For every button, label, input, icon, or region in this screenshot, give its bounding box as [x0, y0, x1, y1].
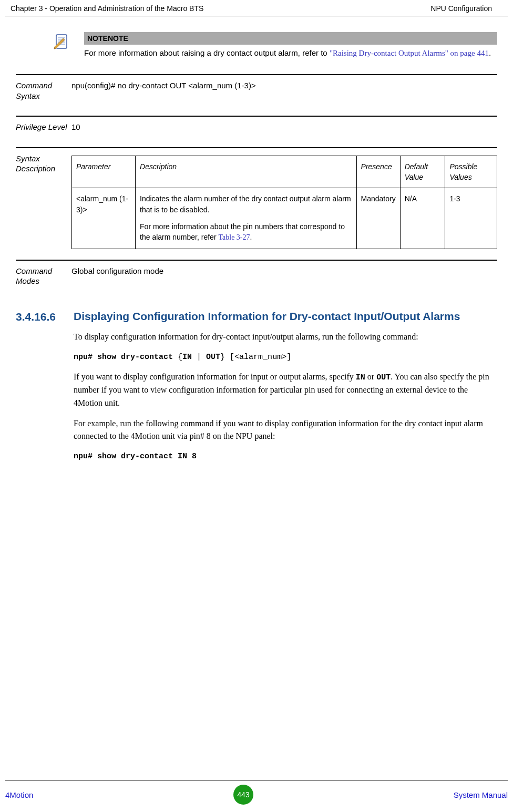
page-number: 443: [233, 785, 253, 805]
header-right: NPU Configuration: [430, 4, 492, 13]
table-link[interactable]: Table 3-27: [218, 233, 250, 241]
cmd1-in: IN: [182, 353, 192, 362]
footer-right: System Manual: [454, 790, 508, 799]
th-parameter: Parameter: [72, 156, 136, 188]
td-default-value: N/A: [400, 188, 445, 249]
command-syntax-label: Command Syntax: [16, 80, 68, 101]
note-link[interactable]: "Raising Dry-contact Output Alarms" on p…: [330, 49, 489, 57]
td-presence: Mandatory: [356, 188, 400, 249]
th-possible-values: Possible Values: [445, 156, 497, 188]
note-text-suffix: .: [489, 48, 491, 57]
td-parameter: <alarm_num (1-3)>: [72, 188, 136, 249]
section-number: 3.4.16.6: [16, 310, 74, 470]
header-left: Chapter 3 - Operation and Administration…: [11, 4, 203, 13]
syntax-description-row: Syntax Description Parameter Description…: [16, 147, 497, 255]
footer-left: 4Motion: [5, 790, 33, 799]
cmd1-rest: {IN | OUT} [<alarm_num>]: [178, 353, 291, 362]
note-block: NOTENOTE For more information about rais…: [53, 32, 497, 58]
section-p2: If you want to display configuration inf…: [74, 371, 497, 410]
privilege-level-row: Privilege Level 10: [16, 116, 497, 143]
note-text: For more information about raising a dry…: [84, 45, 497, 58]
table-row: <alarm_num (1-3)> Indicates the alarm nu…: [72, 188, 497, 249]
privilege-level-label: Privilege Level: [16, 122, 68, 132]
page-content: NOTENOTE For more information about rais…: [0, 16, 513, 470]
note-label: NOTENOTE: [84, 32, 497, 45]
th-default-value: Default Value: [400, 156, 445, 188]
page-header: Chapter 3 - Operation and Administration…: [5, 0, 508, 16]
command-modes-row: Command Modes Global configuration mode: [16, 260, 497, 294]
th-presence: Presence: [356, 156, 400, 188]
p2-b: or: [365, 372, 376, 381]
command-modes-value: Global configuration mode: [68, 266, 497, 286]
page-footer: 4Motion 443 System Manual: [5, 780, 508, 805]
syntax-description-value: Parameter Description Presence Default V…: [68, 153, 497, 249]
section-title: Displaying Configuration Information for…: [74, 310, 497, 323]
syntax-description-label: Syntax Description: [16, 153, 68, 249]
note-icon: [53, 32, 74, 58]
cmd1-out: OUT: [206, 353, 220, 362]
section-p3: For example, run the following command i…: [74, 417, 497, 444]
td-desc-p2-suffix: .: [250, 233, 252, 241]
privilege-level-value: 10: [68, 122, 497, 132]
td-desc-p1: Indicates the alarm number of the dry co…: [140, 193, 352, 215]
table-header-row: Parameter Description Presence Default V…: [72, 156, 497, 188]
th-description: Description: [136, 156, 357, 188]
command-line-2: npu# show dry-contact IN 8: [74, 450, 497, 462]
command-line-1: npu# show dry-contact {IN | OUT} [<alarm…: [74, 351, 497, 363]
p2-a: If you want to display configuration inf…: [74, 372, 356, 381]
td-desc-p2: For more information about the pin numbe…: [140, 221, 352, 243]
section: 3.4.16.6 Displaying Configuration Inform…: [16, 310, 497, 470]
command-syntax-value: npu(config)# no dry-contact OUT <alarm_n…: [68, 80, 497, 101]
p2-out: OUT: [376, 373, 391, 382]
command-modes-label: Command Modes: [16, 266, 68, 286]
command-syntax-row: Command Syntax npu(config)# no dry-conta…: [16, 74, 497, 111]
p2-in: IN: [356, 373, 365, 382]
syntax-table: Parameter Description Presence Default V…: [71, 156, 497, 249]
cmd1-bold: npu# show dry-contact: [74, 353, 178, 362]
td-possible-values: 1-3: [445, 188, 497, 249]
note-text-prefix: For more information about raising a dry…: [84, 48, 330, 57]
td-description: Indicates the alarm number of the dry co…: [136, 188, 357, 249]
section-p1: To display configuration information for…: [74, 331, 497, 344]
